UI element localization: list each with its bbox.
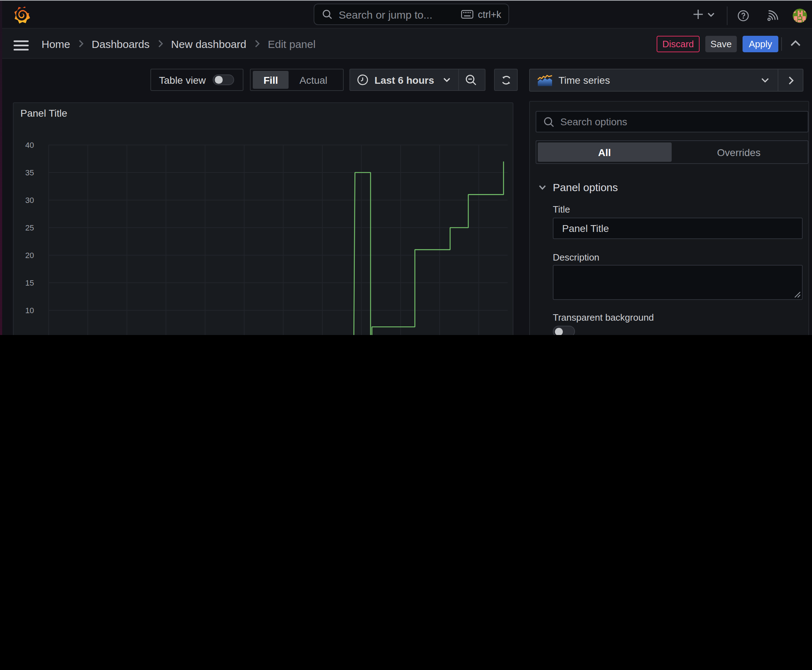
breadcrumb: Home Dashboards New dashboard Edit panel: [42, 29, 315, 59]
svg-text:25: 25: [25, 223, 34, 232]
chevron-down-icon: [707, 12, 715, 17]
svg-text:40: 40: [25, 140, 34, 149]
breadcrumb-dashboards[interactable]: Dashboards: [92, 37, 150, 50]
plus-icon: [692, 8, 704, 20]
svg-text:15: 15: [25, 278, 34, 287]
breadcrumb-home[interactable]: Home: [42, 37, 70, 50]
help-circle-icon: [737, 10, 749, 22]
description-textarea[interactable]: [553, 265, 803, 300]
breadcrumb-current: Edit panel: [268, 37, 315, 50]
transparent-background-label: Transparent background: [553, 312, 654, 323]
options-search-placeholder: Search options: [560, 116, 627, 127]
search-input[interactable]: Search or jump to... ctrl+k: [314, 3, 509, 25]
tab-overrides[interactable]: Overrides: [672, 142, 806, 162]
topbar-divider: [727, 7, 727, 25]
svg-text:10: 10: [25, 306, 34, 315]
title-value: Panel Title: [562, 223, 609, 234]
page-header-bar: Home Dashboards New dashboard Edit panel…: [0, 29, 812, 59]
discard-button[interactable]: Discard: [657, 36, 700, 52]
top-navigation-bar: Search or jump to... ctrl+k: [0, 1, 812, 29]
panel-options-collapse-icon[interactable]: [539, 185, 546, 190]
fill-option[interactable]: Fill: [253, 71, 288, 89]
toggle-viz-pane-button[interactable]: [778, 76, 803, 85]
zoom-out-button[interactable]: [459, 74, 484, 86]
table-view-toggle[interactable]: [213, 74, 234, 86]
chevron-right-icon: [787, 76, 794, 85]
table-view-control: Table view: [150, 69, 244, 91]
breadcrumb-separator-icon: [254, 39, 260, 48]
help-button[interactable]: [737, 10, 749, 22]
visualization-picker[interactable]: Time series: [529, 69, 804, 91]
collapse-header-button[interactable]: [790, 40, 800, 47]
time-range-controls: Last 6 hours: [349, 69, 485, 91]
time-range-label[interactable]: Last 6 hours: [375, 74, 434, 86]
avatar[interactable]: [793, 8, 807, 23]
svg-text:5: 5: [29, 333, 34, 335]
search-placeholder: Search or jump to...: [339, 8, 461, 20]
options-filter-tabs: All Overrides: [535, 140, 808, 164]
table-view-label: Table view: [159, 74, 206, 86]
breadcrumb-new-dashboard[interactable]: New dashboard: [171, 37, 246, 50]
refresh-button[interactable]: [494, 69, 518, 91]
transparent-background-toggle[interactable]: [553, 326, 575, 335]
header-divider: [781, 37, 782, 51]
resize-grip-icon[interactable]: [794, 291, 800, 298]
refresh-icon: [500, 74, 512, 86]
panel-options-heading[interactable]: Panel options: [553, 181, 618, 193]
svg-text:30: 30: [25, 195, 34, 205]
menu-toggle-button[interactable]: [14, 40, 29, 51]
panel-preview: Panel Title 051015202530354015:3016:0016…: [12, 102, 513, 335]
news-button[interactable]: [766, 10, 778, 22]
time-series-chart[interactable]: 051015202530354015:3016:0016:3017:0017:3…: [13, 103, 512, 335]
search-icon: [543, 116, 554, 127]
zoom-out-icon: [466, 74, 477, 86]
time-series-icon: [537, 74, 553, 86]
hamburger-icon: [14, 40, 29, 51]
window-left-edge: [0, 1, 2, 335]
rss-icon: [766, 10, 778, 22]
search-icon: [322, 9, 332, 19]
options-search-input[interactable]: Search options: [535, 111, 808, 132]
actual-option[interactable]: Actual: [288, 71, 338, 89]
visualization-caret-icon: [761, 77, 769, 83]
visualization-value: Time series: [559, 74, 761, 86]
breadcrumb-separator-icon: [78, 39, 84, 48]
chevron-up-icon: [790, 40, 800, 47]
fill-actual-switch: Fill Actual: [250, 69, 344, 91]
time-range-caret-icon[interactable]: [444, 77, 451, 82]
title-label: Title: [553, 204, 570, 214]
grafana-edit-panel-screen: Search or jump to... ctrl+k: [0, 0, 812, 335]
clock-icon: [357, 74, 368, 85]
keyboard-icon: [461, 10, 474, 19]
new-menu-caret[interactable]: [707, 12, 715, 17]
apply-button[interactable]: Apply: [742, 36, 778, 52]
title-input[interactable]: Panel Title: [553, 218, 803, 239]
new-menu-button[interactable]: [692, 8, 704, 20]
svg-text:20: 20: [25, 250, 34, 259]
panel-options-pane: Search options All Overrides Panel optio…: [529, 101, 809, 335]
grafana-logo-icon[interactable]: [14, 6, 31, 24]
description-label: Description: [553, 252, 599, 263]
svg-text:35: 35: [25, 168, 34, 177]
save-button[interactable]: Save: [705, 36, 737, 52]
tab-all[interactable]: All: [537, 142, 672, 162]
search-shortcut: ctrl+k: [461, 9, 501, 20]
breadcrumb-separator-icon: [158, 39, 163, 48]
